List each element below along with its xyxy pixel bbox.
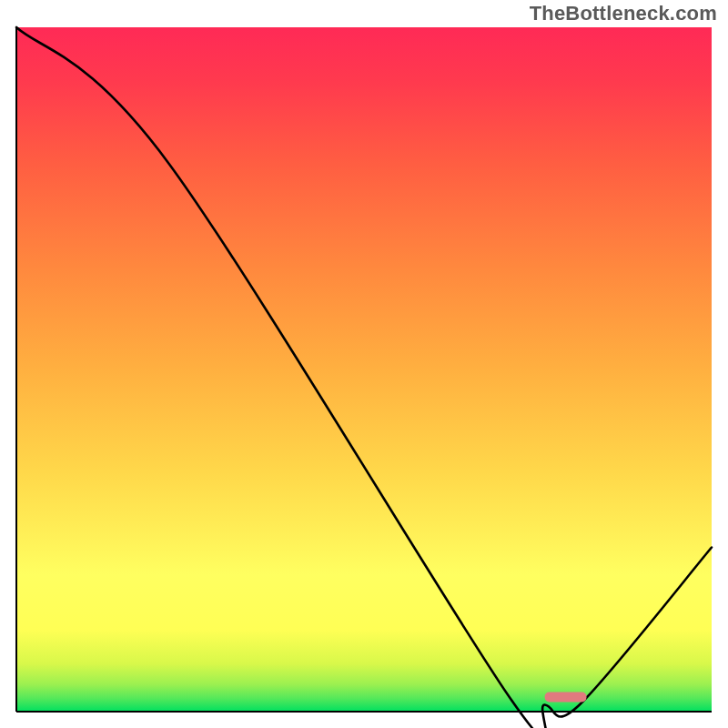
optimal-range-marker bbox=[545, 692, 587, 702]
chart-frame: TheBottleneck.com bbox=[0, 0, 728, 728]
bottleneck-chart bbox=[0, 0, 728, 728]
plot-background bbox=[16, 27, 712, 712]
